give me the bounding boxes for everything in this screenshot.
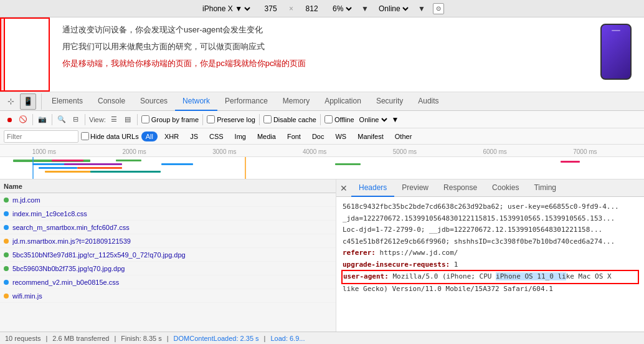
details-tab-headers[interactable]: Headers (351, 179, 394, 197)
group-by-frame-label: Group by frame (151, 116, 199, 123)
filter-button[interactable]: ⊟ (70, 114, 81, 125)
request-row[interactable]: 5bc59603Nb0b2f735.jpg!q70.jpg.dpg (0, 262, 336, 275)
referer-key: referer: (343, 249, 376, 257)
request-row[interactable]: m.jd.com (0, 193, 336, 207)
record-button[interactable]: ⏺ (4, 114, 15, 125)
height-input[interactable] (301, 4, 323, 13)
disable-cache-label: Disable cache (273, 116, 316, 123)
network-throttle-select[interactable]: Online (376, 4, 410, 14)
preview-line2: 用它我们可以用来做爬虫方面的研究，可以做页面响应式 (62, 41, 588, 54)
toolbar-divider-6 (259, 114, 260, 125)
ua-value-after: ke Mac OS X (566, 272, 612, 280)
tab-console[interactable]: Console (90, 92, 133, 111)
filter-type-doc[interactable]: Doc (308, 131, 329, 141)
request-row[interactable]: wifi.min.js (0, 289, 336, 303)
network-sep: ▼ (418, 4, 425, 13)
request-row[interactable]: recommend_v2.min_b0e0815e.css (0, 275, 336, 289)
filter-type-ws[interactable]: WS (331, 131, 351, 141)
filter-type-img[interactable]: Img (230, 131, 250, 141)
zoom-select[interactable]: 6% (330, 4, 354, 14)
timeline-mark-1000: 1000 ms (32, 148, 56, 156)
filter-type-css[interactable]: CSS (205, 131, 228, 141)
device-toolbar-toggle[interactable]: 📱 (20, 93, 36, 110)
header-line-4: c451e51b8f2612e9cb66f9960; shshhsID=c3c3… (343, 237, 638, 247)
preserve-log-input[interactable] (207, 115, 215, 123)
preserve-log-label: Preserve log (217, 116, 255, 123)
device-select[interactable]: iPhone X ▼ (200, 4, 252, 14)
tab-audits[interactable]: Audits (410, 92, 446, 111)
status-bar: 10 requests | 2.6 MB transferred | Finis… (0, 332, 644, 344)
timeline-bar-9 (116, 160, 141, 161)
details-tab-cookies[interactable]: Cookies (485, 179, 526, 197)
offline-checkbox[interactable]: Offline (324, 115, 354, 123)
filter-type-js[interactable]: JS (186, 131, 202, 141)
clear-button[interactable]: 🚫 (17, 114, 29, 125)
ua-line2: like Gecko) Version/11.0 Mobile/15A372 S… (343, 284, 638, 295)
toolbar-divider-1 (32, 114, 33, 125)
offline-input[interactable] (324, 115, 333, 123)
tab-sources[interactable]: Sources (133, 92, 175, 111)
requests-list[interactable]: m.jd.comindex.min_1c9ce1c8.csssearch_m_s… (0, 193, 336, 344)
status-dot (4, 198, 9, 203)
throttle-select[interactable]: Online (357, 115, 389, 124)
main-panels: Name m.jd.comindex.min_1c9ce1c8.csssearc… (0, 179, 644, 344)
large-view-button[interactable]: ▤ (122, 114, 133, 125)
list-view-button[interactable]: ☰ (108, 114, 120, 125)
tab-memory[interactable]: Memory (275, 92, 317, 111)
filter-type-xhr[interactable]: XHR (160, 131, 183, 141)
request-name: 5bc59603Nb0b2f735.jpg!q70.jpg.dpg (12, 265, 332, 272)
devtools-left-icons: ⊹ 📱 (2, 93, 42, 110)
timeline-mark-6000: 6000 ms (483, 148, 507, 156)
status-sep4: | (264, 335, 266, 342)
preserve-log-checkbox[interactable]: Preserve log (207, 115, 255, 123)
timeline-bar-7 (77, 167, 122, 169)
preview-line1: 通过改变访问设备，你会发现这个user-agent会发生变化 (62, 24, 588, 37)
disable-cache-checkbox[interactable]: Disable cache (263, 115, 316, 123)
filter-type-media[interactable]: Media (253, 131, 280, 141)
disable-cache-input[interactable] (263, 115, 272, 123)
timeline-mark-3000: 3000 ms (212, 148, 236, 156)
details-tab-response[interactable]: Response (436, 179, 485, 197)
rotate-button[interactable]: ⊙ (433, 3, 444, 14)
details-tab-timing[interactable]: Timing (526, 179, 564, 197)
filter-type-other[interactable]: Other (391, 131, 417, 141)
preview-line3: 你是移动端，我就给你移动端的页面，你是pc端我就给你pc端的页面 (62, 57, 588, 70)
search-button[interactable]: 🔍 (56, 114, 67, 125)
filter-type-manifest[interactable]: Manifest (353, 131, 388, 141)
request-row[interactable]: jd.m.smartbox.min.js?t=201809121539 (0, 234, 336, 248)
requests-panel: Name m.jd.comindex.min_1c9ce1c8.csssearc… (0, 179, 336, 344)
group-by-frame-input[interactable] (141, 115, 149, 123)
width-input[interactable] (260, 4, 282, 13)
camera-button[interactable]: 📷 (37, 114, 48, 125)
filter-type-all[interactable]: All (141, 131, 158, 141)
filter-type-font[interactable]: Font (283, 131, 305, 141)
device-toolbar: iPhone X ▼ × 6% ▼ Online ▼ ⊙ (0, 0, 644, 17)
throttle-arrow: ▼ (392, 115, 399, 124)
status-sep2: | (114, 335, 116, 342)
timeline-bar-8 (90, 171, 161, 173)
timeline-bar-12 (561, 161, 580, 163)
toolbar-divider-2 (52, 114, 52, 125)
hide-data-urls-checkbox[interactable]: Hide data URLs (81, 132, 139, 140)
tab-performance[interactable]: Performance (217, 92, 275, 111)
tab-network[interactable]: Network (175, 92, 217, 111)
status-dot (4, 211, 9, 216)
request-row[interactable]: search_m_smartbox.min_fcfc60d7.css (0, 221, 336, 234)
tab-application[interactable]: Application (317, 92, 369, 111)
hide-data-urls-input[interactable] (81, 132, 89, 140)
timeline-bar-area (0, 157, 644, 179)
tab-security[interactable]: Security (369, 92, 410, 111)
status-dot (4, 252, 9, 257)
request-row[interactable]: index.min_1c9ce1c8.css (0, 207, 336, 221)
inspect-element-button[interactable]: ⊹ (2, 93, 19, 110)
group-by-frame-checkbox[interactable]: Group by frame (141, 115, 199, 123)
timeline-bar-11 (335, 163, 361, 165)
requests-count: 10 requests (5, 335, 40, 342)
header-line-1: 5618c9432fbc35bc2bde7cd6638c263d92ba62; … (343, 202, 638, 213)
timeline: 1000 ms 2000 ms 3000 ms 4000 ms 5000 ms … (0, 145, 644, 179)
filter-input[interactable] (4, 130, 78, 143)
request-row[interactable]: 5bc3510bNf3e97d81.jpg!cr_1125x549_0_72!q… (0, 248, 336, 262)
tab-elements[interactable]: Elements (44, 92, 90, 111)
details-close-button[interactable]: ✕ (336, 181, 351, 196)
details-tab-preview[interactable]: Preview (394, 179, 436, 197)
